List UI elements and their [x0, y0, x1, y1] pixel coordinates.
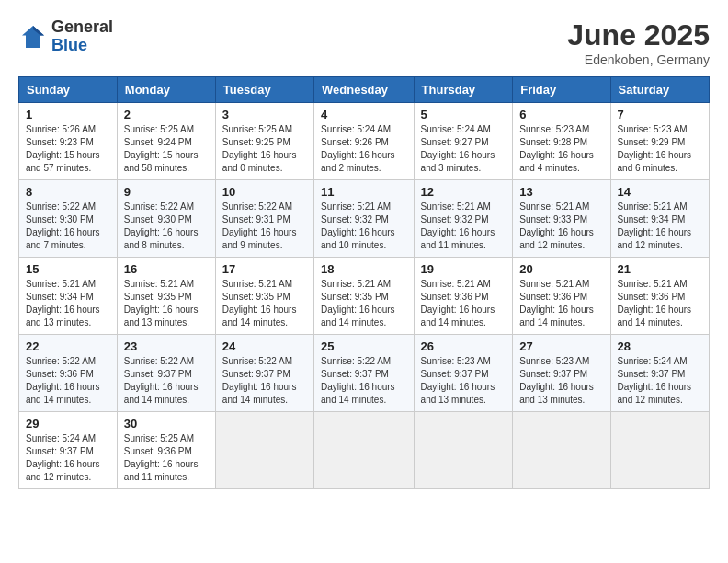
- day-number: 12: [421, 185, 506, 199]
- calendar-week-row: 15Sunrise: 5:21 AMSunset: 9:34 PMDayligh…: [19, 258, 710, 335]
- day-info: Sunrise: 5:23 AMSunset: 9:37 PMDaylight:…: [421, 355, 506, 407]
- day-info: Sunrise: 5:23 AMSunset: 9:28 PMDaylight:…: [519, 123, 603, 175]
- day-info: Sunrise: 5:26 AMSunset: 9:23 PMDaylight:…: [26, 123, 110, 175]
- calendar-cell: 30Sunrise: 5:25 AMSunset: 9:36 PMDayligh…: [117, 412, 215, 489]
- day-info: Sunrise: 5:21 AMSunset: 9:34 PMDaylight:…: [618, 201, 702, 252]
- day-info: Sunrise: 5:21 AMSunset: 9:32 PMDaylight:…: [421, 201, 506, 252]
- day-of-week-header: Sunday: [19, 77, 118, 103]
- calendar-week-row: 22Sunrise: 5:22 AMSunset: 9:36 PMDayligh…: [19, 335, 710, 412]
- calendar-cell: 12Sunrise: 5:21 AMSunset: 9:32 PMDayligh…: [414, 180, 513, 258]
- calendar-cell: 19Sunrise: 5:21 AMSunset: 9:36 PMDayligh…: [414, 258, 513, 335]
- calendar-cell: 3Sunrise: 5:25 AMSunset: 9:25 PMDaylight…: [215, 103, 313, 180]
- calendar-header-row: SundayMondayTuesdayWednesdayThursdayFrid…: [19, 77, 710, 103]
- calendar-cell: 4Sunrise: 5:24 AMSunset: 9:26 PMDaylight…: [314, 103, 415, 180]
- day-info: Sunrise: 5:21 AMSunset: 9:35 PMDaylight:…: [124, 278, 209, 329]
- calendar: SundayMondayTuesdayWednesdayThursdayFrid…: [18, 76, 710, 489]
- day-info: Sunrise: 5:21 AMSunset: 9:36 PMDaylight:…: [618, 278, 702, 329]
- day-info: Sunrise: 5:24 AMSunset: 9:37 PMDaylight:…: [618, 355, 702, 407]
- calendar-week-row: 29Sunrise: 5:24 AMSunset: 9:37 PMDayligh…: [19, 412, 710, 489]
- day-number: 19: [421, 262, 506, 276]
- calendar-cell: 7Sunrise: 5:23 AMSunset: 9:29 PMDaylight…: [610, 103, 709, 180]
- day-info: Sunrise: 5:21 AMSunset: 9:34 PMDaylight:…: [26, 278, 110, 329]
- calendar-cell: 18Sunrise: 5:21 AMSunset: 9:35 PMDayligh…: [314, 258, 415, 335]
- day-number: 5: [421, 108, 506, 121]
- day-number: 23: [124, 339, 209, 353]
- day-info: Sunrise: 5:25 AMSunset: 9:36 PMDaylight:…: [124, 432, 209, 484]
- day-of-week-header: Saturday: [610, 77, 709, 103]
- day-info: Sunrise: 5:24 AMSunset: 9:37 PMDaylight:…: [26, 432, 110, 484]
- day-info: Sunrise: 5:21 AMSunset: 9:35 PMDaylight:…: [222, 278, 307, 329]
- logo: General Blue: [18, 18, 113, 55]
- day-number: 16: [124, 262, 209, 276]
- calendar-cell: 20Sunrise: 5:21 AMSunset: 9:36 PMDayligh…: [513, 258, 610, 335]
- day-info: Sunrise: 5:21 AMSunset: 9:36 PMDaylight:…: [421, 278, 506, 329]
- calendar-cell: 28Sunrise: 5:24 AMSunset: 9:37 PMDayligh…: [610, 335, 709, 412]
- calendar-week-row: 8Sunrise: 5:22 AMSunset: 9:30 PMDaylight…: [19, 180, 710, 258]
- calendar-cell: 5Sunrise: 5:24 AMSunset: 9:27 PMDaylight…: [414, 103, 513, 180]
- day-number: 24: [222, 339, 307, 353]
- logo-icon: [18, 22, 48, 52]
- calendar-cell: 29Sunrise: 5:24 AMSunset: 9:37 PMDayligh…: [19, 412, 118, 489]
- calendar-cell: 11Sunrise: 5:21 AMSunset: 9:32 PMDayligh…: [314, 180, 415, 258]
- calendar-cell: 24Sunrise: 5:22 AMSunset: 9:37 PMDayligh…: [215, 335, 313, 412]
- day-info: Sunrise: 5:21 AMSunset: 9:35 PMDaylight:…: [321, 278, 407, 329]
- day-number: 18: [321, 262, 407, 276]
- day-number: 26: [421, 339, 506, 353]
- calendar-cell: [414, 412, 513, 489]
- day-of-week-header: Wednesday: [314, 77, 415, 103]
- calendar-cell: [314, 412, 415, 489]
- day-info: Sunrise: 5:24 AMSunset: 9:27 PMDaylight:…: [421, 123, 506, 175]
- day-number: 15: [26, 262, 110, 276]
- logo-text: General Blue: [51, 18, 113, 55]
- day-number: 10: [222, 185, 307, 199]
- day-info: Sunrise: 5:24 AMSunset: 9:26 PMDaylight:…: [321, 123, 407, 175]
- day-info: Sunrise: 5:21 AMSunset: 9:32 PMDaylight:…: [321, 201, 407, 252]
- day-number: 22: [26, 339, 110, 353]
- day-number: 11: [321, 185, 407, 199]
- location: Edenkoben, Germany: [567, 52, 710, 67]
- day-info: Sunrise: 5:22 AMSunset: 9:30 PMDaylight:…: [124, 201, 209, 252]
- day-of-week-header: Monday: [117, 77, 215, 103]
- calendar-cell: 25Sunrise: 5:22 AMSunset: 9:37 PMDayligh…: [314, 335, 415, 412]
- day-number: 28: [618, 339, 702, 353]
- calendar-cell: 26Sunrise: 5:23 AMSunset: 9:37 PMDayligh…: [414, 335, 513, 412]
- day-info: Sunrise: 5:22 AMSunset: 9:37 PMDaylight:…: [222, 355, 307, 407]
- calendar-cell: 1Sunrise: 5:26 AMSunset: 9:23 PMDaylight…: [19, 103, 118, 180]
- day-number: 17: [222, 262, 307, 276]
- day-info: Sunrise: 5:22 AMSunset: 9:36 PMDaylight:…: [26, 355, 110, 407]
- calendar-cell: 14Sunrise: 5:21 AMSunset: 9:34 PMDayligh…: [610, 180, 709, 258]
- calendar-cell: 13Sunrise: 5:21 AMSunset: 9:33 PMDayligh…: [513, 180, 610, 258]
- calendar-cell: 9Sunrise: 5:22 AMSunset: 9:30 PMDaylight…: [117, 180, 215, 258]
- calendar-cell: [610, 412, 709, 489]
- calendar-cell: 15Sunrise: 5:21 AMSunset: 9:34 PMDayligh…: [19, 258, 118, 335]
- day-number: 6: [519, 108, 603, 121]
- title-area: June 2025 Edenkoben, Germany: [567, 18, 710, 67]
- calendar-cell: 6Sunrise: 5:23 AMSunset: 9:28 PMDaylight…: [513, 103, 610, 180]
- day-number: 27: [519, 339, 603, 353]
- calendar-cell: 27Sunrise: 5:23 AMSunset: 9:37 PMDayligh…: [513, 335, 610, 412]
- day-info: Sunrise: 5:22 AMSunset: 9:31 PMDaylight:…: [222, 201, 307, 252]
- day-number: 4: [321, 108, 407, 121]
- day-info: Sunrise: 5:22 AMSunset: 9:30 PMDaylight:…: [26, 201, 110, 252]
- day-number: 8: [26, 185, 110, 199]
- day-number: 20: [519, 262, 603, 276]
- calendar-cell: 8Sunrise: 5:22 AMSunset: 9:30 PMDaylight…: [19, 180, 118, 258]
- day-of-week-header: Tuesday: [215, 77, 313, 103]
- day-of-week-header: Friday: [513, 77, 610, 103]
- calendar-cell: [513, 412, 610, 489]
- day-info: Sunrise: 5:25 AMSunset: 9:25 PMDaylight:…: [222, 123, 307, 175]
- calendar-cell: 23Sunrise: 5:22 AMSunset: 9:37 PMDayligh…: [117, 335, 215, 412]
- day-number: 25: [321, 339, 407, 353]
- day-info: Sunrise: 5:23 AMSunset: 9:29 PMDaylight:…: [618, 123, 702, 175]
- day-number: 1: [26, 108, 110, 121]
- calendar-cell: [215, 412, 313, 489]
- day-number: 29: [26, 417, 110, 431]
- calendar-cell: 21Sunrise: 5:21 AMSunset: 9:36 PMDayligh…: [610, 258, 709, 335]
- day-number: 14: [618, 185, 702, 199]
- month-title: June 2025: [567, 18, 710, 52]
- day-number: 9: [124, 185, 209, 199]
- day-number: 7: [618, 108, 702, 121]
- header: General Blue June 2025 Edenkoben, German…: [18, 18, 710, 67]
- day-number: 13: [519, 185, 603, 199]
- calendar-cell: 17Sunrise: 5:21 AMSunset: 9:35 PMDayligh…: [215, 258, 313, 335]
